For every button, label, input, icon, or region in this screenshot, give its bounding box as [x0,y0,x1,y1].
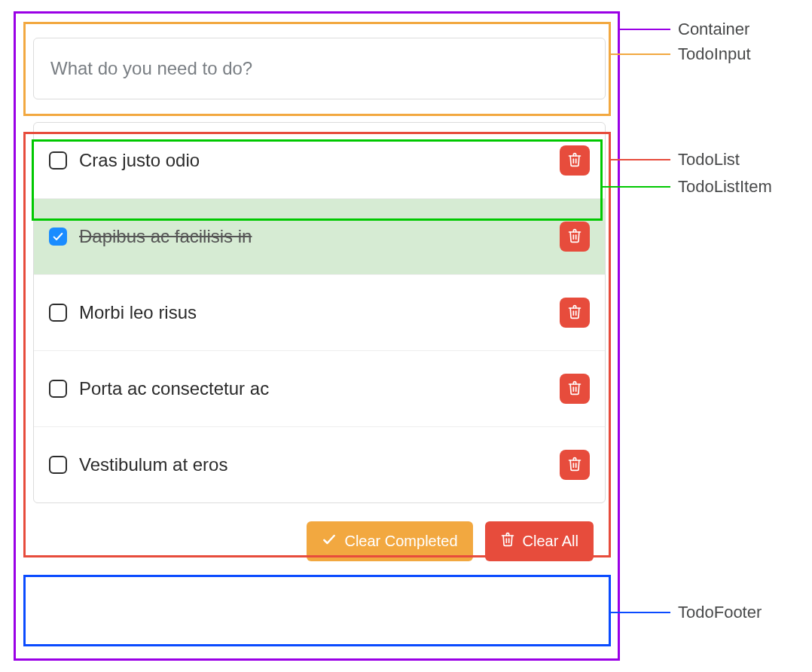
annotation-todo-input: TodoInput [678,44,751,64]
todo-checkbox[interactable] [49,228,67,246]
connector-input [611,53,670,55]
todo-list-item: Morbi leo risus [34,275,605,351]
trash-icon [567,228,582,246]
annotation-todo-list-item: TodoListItem [678,177,772,197]
todo-text: Dapibus ac facilisis in [79,226,548,247]
connector-container [620,29,670,30]
todo-text: Cras justo odio [79,150,548,171]
todo-list-item: Vestibulum at eros [34,427,605,502]
annotation-todo-footer: TodoFooter [678,603,762,622]
delete-todo-button[interactable] [560,374,590,404]
connector-footer [611,612,670,613]
todo-list: Cras justo odioDapibus ac facilisis inMo… [33,122,606,503]
todo-text: Vestibulum at eros [79,454,548,475]
clear-all-label: Clear All [523,533,578,550]
todo-footer: Clear Completed Clear All [33,503,606,569]
delete-todo-button[interactable] [560,450,590,480]
todo-list-item: Dapibus ac facilisis in [34,199,605,275]
annotation-container: Container [678,20,749,39]
todo-list-item: Cras justo odio [34,123,605,199]
trash-icon [500,532,515,551]
annotation-todo-list: TodoList [678,150,740,170]
clear-all-button[interactable]: Clear All [485,521,594,561]
clear-completed-button[interactable]: Clear Completed [307,521,472,561]
trash-icon [567,457,582,474]
container: Cras justo odioDapibus ac facilisis inMo… [33,38,606,569]
todo-text: Morbi leo risus [79,302,548,323]
trash-icon [567,304,582,322]
todo-checkbox[interactable] [49,380,67,398]
connector-item [603,186,670,188]
clear-completed-label: Clear Completed [344,533,457,550]
trash-icon [567,380,582,398]
check-icon [322,532,337,551]
todo-checkbox[interactable] [49,304,67,322]
todo-list-item: Porta ac consectetur ac [34,351,605,427]
outline-todo-footer [23,575,611,646]
delete-todo-button[interactable] [560,221,590,252]
delete-todo-button[interactable] [560,145,590,176]
trash-icon [567,152,582,170]
todo-input[interactable] [33,38,606,99]
todo-input-wrap [33,38,606,122]
todo-checkbox[interactable] [49,456,67,474]
todo-checkbox[interactable] [49,151,67,170]
connector-list [611,159,670,160]
delete-todo-button[interactable] [560,298,590,328]
todo-text: Porta ac consectetur ac [79,378,548,399]
